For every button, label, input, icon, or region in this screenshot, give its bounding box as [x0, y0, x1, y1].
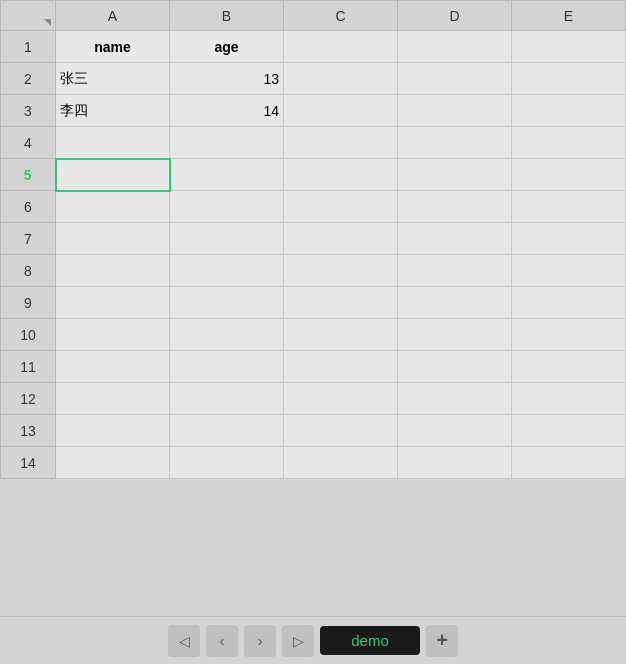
cell-7-D[interactable]: [398, 223, 512, 255]
cell-14-E[interactable]: [512, 447, 626, 479]
cell-11-E[interactable]: [512, 351, 626, 383]
col-header-a[interactable]: A: [56, 1, 170, 31]
add-sheet-button[interactable]: +: [426, 625, 458, 657]
first-sheet-button[interactable]: ◁: [168, 625, 200, 657]
cell-5-B[interactable]: [170, 159, 284, 191]
cell-9-A[interactable]: [56, 287, 170, 319]
row-header-2[interactable]: 2: [1, 63, 56, 95]
cell-11-C[interactable]: [284, 351, 398, 383]
cell-2-E[interactable]: [512, 63, 626, 95]
row-header-7[interactable]: 7: [1, 223, 56, 255]
cell-7-C[interactable]: [284, 223, 398, 255]
cell-10-B[interactable]: [170, 319, 284, 351]
cell-4-D[interactable]: [398, 127, 512, 159]
cell-9-D[interactable]: [398, 287, 512, 319]
row-header-13[interactable]: 13: [1, 415, 56, 447]
cell-6-B[interactable]: [170, 191, 284, 223]
cell-2-C[interactable]: [284, 63, 398, 95]
spreadsheet: A B C D E 1nameage2张三133李四14456789101112…: [0, 0, 626, 664]
row-header-5[interactable]: 5: [1, 159, 56, 191]
cell-1-D[interactable]: [398, 31, 512, 63]
cell-6-E[interactable]: [512, 191, 626, 223]
cell-13-E[interactable]: [512, 415, 626, 447]
cell-3-D[interactable]: [398, 95, 512, 127]
cell-8-A[interactable]: [56, 255, 170, 287]
cell-9-C[interactable]: [284, 287, 398, 319]
cell-11-D[interactable]: [398, 351, 512, 383]
cell-5-D[interactable]: [398, 159, 512, 191]
cell-6-D[interactable]: [398, 191, 512, 223]
cell-11-A[interactable]: [56, 351, 170, 383]
cell-3-B[interactable]: 14: [170, 95, 284, 127]
cell-7-E[interactable]: [512, 223, 626, 255]
last-sheet-button[interactable]: ▷: [282, 625, 314, 657]
cell-5-A[interactable]: [56, 159, 170, 191]
row-header-14[interactable]: 14: [1, 447, 56, 479]
cell-13-A[interactable]: [56, 415, 170, 447]
cell-4-A[interactable]: [56, 127, 170, 159]
corner-cell: [1, 1, 56, 31]
col-header-e[interactable]: E: [512, 1, 626, 31]
cell-10-C[interactable]: [284, 319, 398, 351]
cell-7-A[interactable]: [56, 223, 170, 255]
col-header-d[interactable]: D: [398, 1, 512, 31]
cell-4-B[interactable]: [170, 127, 284, 159]
row-header-9[interactable]: 9: [1, 287, 56, 319]
row-header-4[interactable]: 4: [1, 127, 56, 159]
cell-8-D[interactable]: [398, 255, 512, 287]
cell-14-D[interactable]: [398, 447, 512, 479]
cell-2-A[interactable]: 张三: [56, 63, 170, 95]
row-header-6[interactable]: 6: [1, 191, 56, 223]
cell-8-C[interactable]: [284, 255, 398, 287]
grid-area: A B C D E 1nameage2张三133李四14456789101112…: [0, 0, 626, 616]
bottom-bar: ◁ ‹ › ▷ demo +: [0, 616, 626, 664]
cell-4-E[interactable]: [512, 127, 626, 159]
row-header-8[interactable]: 8: [1, 255, 56, 287]
cell-6-C[interactable]: [284, 191, 398, 223]
cell-14-C[interactable]: [284, 447, 398, 479]
cell-1-B[interactable]: age: [170, 31, 284, 63]
cell-9-E[interactable]: [512, 287, 626, 319]
cell-3-C[interactable]: [284, 95, 398, 127]
cell-4-C[interactable]: [284, 127, 398, 159]
cell-13-B[interactable]: [170, 415, 284, 447]
cell-13-C[interactable]: [284, 415, 398, 447]
cell-6-A[interactable]: [56, 191, 170, 223]
cell-5-E[interactable]: [512, 159, 626, 191]
row-header-1[interactable]: 1: [1, 31, 56, 63]
cell-12-B[interactable]: [170, 383, 284, 415]
cell-5-C[interactable]: [284, 159, 398, 191]
cell-8-B[interactable]: [170, 255, 284, 287]
row-header-10[interactable]: 10: [1, 319, 56, 351]
cell-12-D[interactable]: [398, 383, 512, 415]
cell-3-A[interactable]: 李四: [56, 95, 170, 127]
cell-1-E[interactable]: [512, 31, 626, 63]
cell-10-E[interactable]: [512, 319, 626, 351]
col-header-b[interactable]: B: [170, 1, 284, 31]
row-header-3[interactable]: 3: [1, 95, 56, 127]
sheet-tab-demo[interactable]: demo: [320, 626, 420, 655]
cell-1-C[interactable]: [284, 31, 398, 63]
cell-8-E[interactable]: [512, 255, 626, 287]
cell-12-A[interactable]: [56, 383, 170, 415]
cell-10-D[interactable]: [398, 319, 512, 351]
cell-10-A[interactable]: [56, 319, 170, 351]
cell-2-B[interactable]: 13: [170, 63, 284, 95]
row-header-12[interactable]: 12: [1, 383, 56, 415]
col-header-c[interactable]: C: [284, 1, 398, 31]
next-sheet-button[interactable]: ›: [244, 625, 276, 657]
cell-12-E[interactable]: [512, 383, 626, 415]
cell-11-B[interactable]: [170, 351, 284, 383]
cell-14-B[interactable]: [170, 447, 284, 479]
cell-7-B[interactable]: [170, 223, 284, 255]
cell-3-E[interactable]: [512, 95, 626, 127]
row-header-11[interactable]: 11: [1, 351, 56, 383]
prev-sheet-button[interactable]: ‹: [206, 625, 238, 657]
cell-1-A[interactable]: name: [56, 31, 170, 63]
cell-12-C[interactable]: [284, 383, 398, 415]
cell-9-B[interactable]: [170, 287, 284, 319]
spreadsheet-table: A B C D E 1nameage2张三133李四14456789101112…: [0, 0, 626, 479]
cell-13-D[interactable]: [398, 415, 512, 447]
cell-14-A[interactable]: [56, 447, 170, 479]
cell-2-D[interactable]: [398, 63, 512, 95]
